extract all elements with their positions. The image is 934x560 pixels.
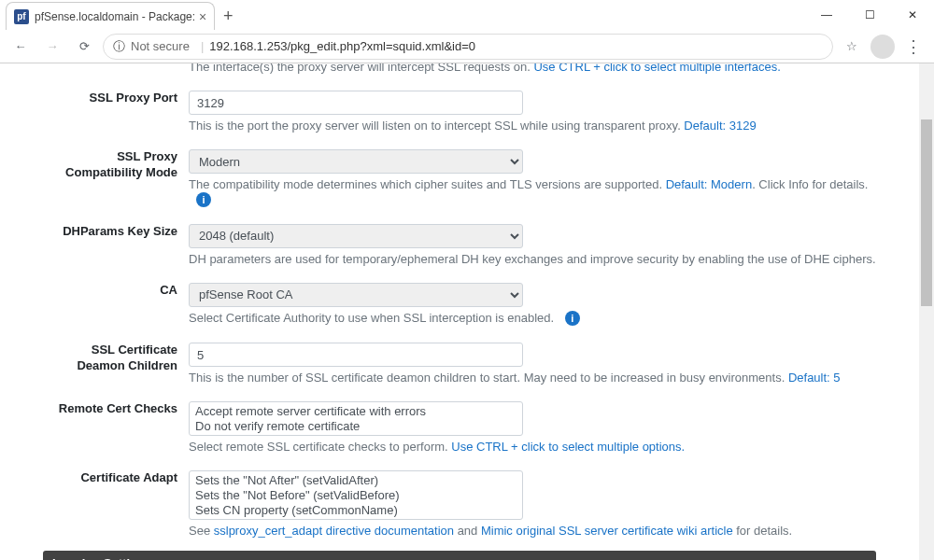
address-field[interactable]: ⓘ Not secure | 192.168.1.253/pkg_edit.ph…: [103, 34, 833, 60]
url-text: 192.168.1.253/pkg_edit.php?xml=squid.xml…: [209, 39, 475, 53]
label-ssl-proxy-port: SSL Proxy Port: [43, 91, 189, 133]
forward-button[interactable]: →: [39, 34, 65, 60]
tab-title: pfSense.localdomain - Package:: [35, 10, 195, 23]
compat-mode-select[interactable]: Modern: [189, 149, 523, 174]
window-minimize-icon[interactable]: —: [805, 0, 848, 30]
dhparams-select[interactable]: 2048 (default): [189, 224, 523, 248]
multi-interface-link[interactable]: Use CTRL + click to select multiple inte…: [533, 63, 780, 74]
label-ca: CA: [43, 283, 189, 327]
window-maximize-icon[interactable]: ☐: [848, 0, 891, 30]
ca-select[interactable]: pfSense Root CA: [189, 283, 523, 307]
multi-options-link[interactable]: Use CTRL + click to select multiple opti…: [451, 440, 685, 454]
not-secure-label: Not secure: [131, 39, 190, 53]
reload-button[interactable]: ⟳: [71, 34, 97, 60]
help-compat-mode: The compatibility mode determines which …: [189, 177, 876, 207]
cert-adapt-doc-link[interactable]: sslproxy_cert_adapt directive documentat…: [214, 524, 454, 538]
back-button[interactable]: ←: [7, 34, 34, 60]
browser-tab[interactable]: pf pfSense.localdomain - Package: ×: [6, 2, 215, 30]
favicon: pf: [14, 9, 29, 24]
tab-close-icon[interactable]: ×: [199, 9, 206, 24]
bookmark-star-icon[interactable]: ☆: [839, 34, 865, 60]
truncated-help-line: The interface(s) the proxy server will i…: [43, 63, 876, 74]
label-cert-adapt: Certificate Adapt: [43, 470, 189, 538]
browser-titlebar: pf pfSense.localdomain - Package: × + — …: [0, 0, 934, 30]
info-icon[interactable]: i: [196, 192, 211, 207]
vertical-scrollbar[interactable]: [919, 63, 934, 560]
info-icon[interactable]: i: [565, 311, 580, 326]
label-dhparams: DHParams Key Size: [43, 224, 189, 266]
remote-checks-select[interactable]: Accept remote server certificate with er…: [189, 401, 523, 436]
profile-avatar[interactable]: [870, 35, 895, 59]
default-port-link[interactable]: Default: 3129: [684, 119, 756, 133]
label-compat-mode: SSL Proxy Compatibility Mode: [43, 149, 189, 207]
new-tab-button[interactable]: +: [215, 3, 241, 29]
help-cert-children: This is the number of SSL certificate de…: [189, 371, 876, 385]
help-remote-checks: Select remote SSL certificate checks to …: [189, 440, 876, 454]
logging-section-header: Logging Settings: [43, 551, 876, 560]
mimic-cert-link[interactable]: Mimic original SSL server certificate wi…: [481, 524, 733, 538]
ssl-proxy-port-input[interactable]: [189, 91, 523, 115]
label-remote-checks: Remote Cert Checks: [43, 401, 189, 454]
cert-children-input[interactable]: [189, 343, 523, 367]
help-cert-adapt: See sslproxy_cert_adapt directive docume…: [189, 524, 876, 538]
label-cert-children: SSL Certificate Deamon Children: [43, 343, 189, 385]
url-bar: ← → ⟳ ⓘ Not secure | 192.168.1.253/pkg_e…: [0, 30, 934, 63]
default-modern-link[interactable]: Default: Modern: [666, 177, 753, 191]
help-dhparams: DH parameters are used for temporary/eph…: [189, 252, 876, 266]
help-ssl-proxy-port: This is the port the proxy server will l…: [189, 119, 876, 133]
default-children-link[interactable]: Default: 5: [788, 371, 841, 385]
browser-menu-icon[interactable]: ⋮: [900, 36, 927, 57]
help-ca: Select Certificate Authority to use when…: [189, 311, 876, 327]
info-icon: ⓘ: [113, 38, 125, 55]
cert-adapt-select[interactable]: Sets the "Not After" (setValidAfter) Set…: [189, 470, 523, 520]
scrollbar-thumb[interactable]: [921, 119, 932, 306]
window-close-icon[interactable]: ✕: [891, 0, 934, 30]
